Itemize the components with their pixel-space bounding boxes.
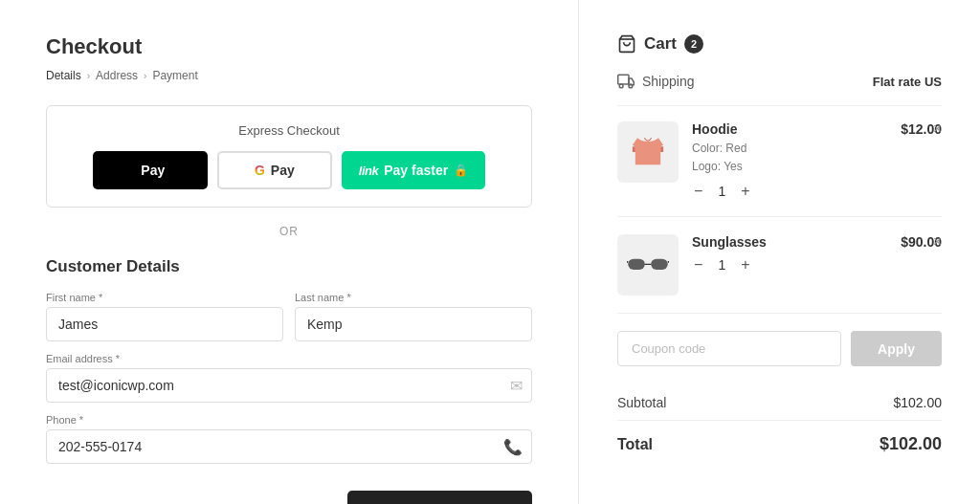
phone-row: Phone * 📞: [46, 414, 532, 464]
sunglasses-qty-row: − 1 +: [692, 257, 887, 273]
hoodie-qty-decrease[interactable]: −: [692, 184, 704, 199]
page-title: Checkout: [46, 34, 532, 59]
or-divider: OR: [46, 225, 532, 238]
subtotal-row: Subtotal $102.00: [617, 385, 942, 421]
first-name-group: First name *: [46, 292, 283, 341]
cart-title: Cart: [644, 34, 677, 54]
google-pay-label: Pay: [271, 163, 295, 178]
coupon-row: Apply: [617, 331, 942, 366]
customer-details-title: Customer Details: [46, 257, 532, 276]
email-icon: ✉: [510, 377, 523, 395]
svg-rect-5: [651, 259, 668, 270]
phone-group: Phone * 📞: [46, 414, 532, 464]
apple-pay-button[interactable]: Pay: [93, 151, 208, 189]
sunglasses-remove-button[interactable]: ×: [933, 234, 942, 250]
sunglasses-qty-decrease[interactable]: −: [692, 257, 704, 273]
shipping-icon: [617, 73, 635, 90]
subtotal-label: Subtotal: [617, 395, 666, 410]
sunglasses-image: [617, 234, 679, 296]
hoodie-qty-row: − 1 +: [692, 184, 887, 199]
phone-input[interactable]: [46, 429, 532, 464]
svg-point-2: [619, 84, 623, 88]
shipping-rate: Flat rate US: [873, 75, 942, 89]
hoodie-qty-increase[interactable]: +: [739, 184, 751, 199]
coupon-input[interactable]: [617, 331, 841, 366]
svg-point-3: [629, 84, 633, 88]
link-pay-label: Pay faster: [384, 163, 448, 178]
email-row: Email address * ✉: [46, 353, 532, 403]
total-value: $102.00: [880, 434, 942, 454]
hoodie-remove-button[interactable]: ×: [933, 121, 942, 137]
sunglasses-details: Sunglasses − 1 +: [692, 234, 887, 273]
email-input[interactable]: [46, 368, 532, 403]
hoodie-color-meta: Color: Red: [692, 140, 887, 158]
apply-coupon-button[interactable]: Apply: [851, 331, 942, 366]
google-g-icon: G: [255, 163, 265, 178]
lock-icon: 🔒: [454, 164, 468, 177]
last-name-input[interactable]: [295, 307, 532, 341]
first-name-label: First name *: [46, 292, 283, 303]
cart-item-sunglasses: Sunglasses − 1 + $90.00 ×: [617, 234, 942, 314]
hoodie-image: [617, 121, 679, 183]
express-checkout-box: Express Checkout Pay G Pay link Pay fast…: [46, 105, 532, 208]
right-panel: Cart 2 Shipping Flat rate US Hoodie: [579, 0, 980, 504]
breadcrumb: Details › Address › Payment: [46, 69, 532, 82]
phone-icon: 📞: [503, 438, 523, 456]
hoodie-qty-value: 1: [714, 184, 729, 199]
cart-item-hoodie: Hoodie Color: Red Logo: Yes − 1 + $12.00…: [617, 121, 942, 217]
hoodie-details: Hoodie Color: Red Logo: Yes − 1 +: [692, 121, 887, 199]
first-name-input[interactable]: [46, 307, 283, 341]
breadcrumb-payment[interactable]: Payment: [152, 69, 197, 82]
link-logo-icon: link: [359, 164, 378, 178]
continue-button[interactable]: Continue to Address: [347, 491, 532, 504]
email-label: Email address *: [46, 353, 532, 364]
sunglasses-qty-increase[interactable]: +: [739, 257, 751, 273]
cart-icon: [617, 34, 636, 54]
breadcrumb-chevron-1: ›: [87, 71, 90, 81]
link-pay-button[interactable]: link Pay faster 🔒: [342, 151, 485, 189]
apple-pay-label: Pay: [141, 163, 165, 178]
total-row: Total $102.00: [617, 421, 942, 468]
subtotal-value: $102.00: [893, 395, 942, 410]
last-name-group: Last name *: [295, 292, 532, 341]
shipping-row: Shipping Flat rate US: [617, 73, 942, 106]
total-label: Total: [617, 436, 653, 453]
name-row: First name * Last name *: [46, 292, 532, 341]
express-buttons: Pay G Pay link Pay faster 🔒: [66, 151, 512, 189]
express-checkout-label: Express Checkout: [66, 123, 512, 138]
email-group: Email address * ✉: [46, 353, 532, 403]
shipping-label: Shipping: [642, 74, 695, 89]
google-pay-button[interactable]: G Pay: [217, 151, 332, 189]
breadcrumb-chevron-2: ›: [144, 71, 146, 81]
footer-actions: ← Back to Shop Continue to Address: [46, 491, 532, 504]
sunglasses-name: Sunglasses: [692, 234, 887, 250]
phone-label: Phone *: [46, 414, 532, 426]
svg-rect-4: [628, 259, 645, 270]
hoodie-name: Hoodie: [692, 121, 887, 137]
email-input-wrapper: ✉: [46, 368, 532, 403]
last-name-label: Last name *: [295, 292, 532, 303]
shipping-left: Shipping: [617, 73, 695, 90]
sunglasses-qty-value: 1: [714, 257, 729, 273]
breadcrumb-address[interactable]: Address: [96, 69, 138, 82]
breadcrumb-details[interactable]: Details: [46, 69, 81, 82]
cart-count-badge: 2: [684, 34, 703, 54]
sunglasses-svg: [627, 252, 669, 278]
phone-input-wrapper: 📞: [46, 429, 532, 464]
cart-header: Cart 2: [617, 34, 942, 54]
hoodie-logo-meta: Logo: Yes: [692, 158, 887, 176]
hoodie-svg: [627, 131, 669, 173]
svg-rect-1: [618, 75, 629, 84]
left-panel: Checkout Details › Address › Payment Exp…: [0, 0, 579, 504]
